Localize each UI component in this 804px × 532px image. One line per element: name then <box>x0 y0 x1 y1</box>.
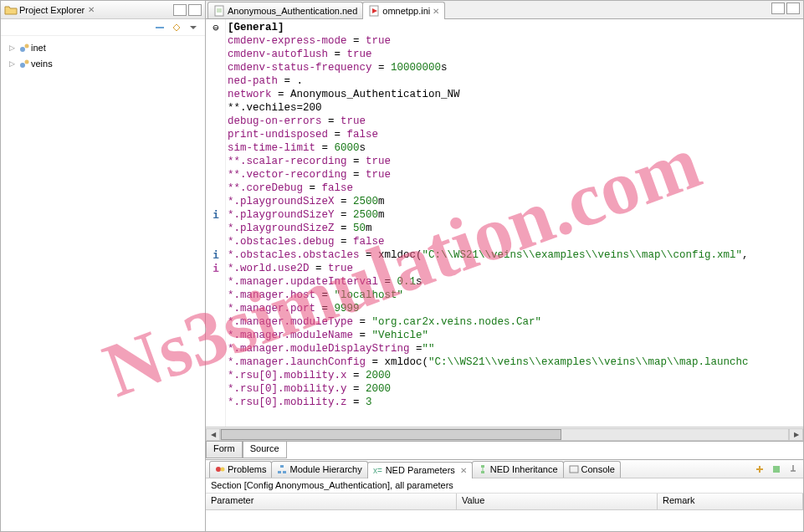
tree-item-label: inet <box>31 43 46 53</box>
explorer-toolbar <box>1 19 205 36</box>
fold-icon[interactable]: ⊖ <box>209 21 223 34</box>
close-icon[interactable]: ✕ <box>460 466 467 475</box>
svg-point-4 <box>25 60 29 64</box>
ned-file-icon <box>213 5 225 17</box>
tree-item[interactable]: ▷ inet <box>6 40 205 55</box>
svg-rect-11 <box>280 465 284 468</box>
svg-point-2 <box>25 44 29 49</box>
text-editor[interactable]: ⊖iii [General]cmdenv-express-mode = true… <box>206 19 803 427</box>
editor-panel: Anonymous_Authentication.ned omnetpp.ini… <box>206 0 804 532</box>
tab-module-hierarchy[interactable]: Module Hierarchy <box>271 461 367 478</box>
tab-ned-parameters[interactable]: x=NED Parameters✕ <box>367 462 473 478</box>
tree-item-label: veins <box>31 59 53 69</box>
toolbar-icon[interactable] <box>770 463 783 476</box>
toolbar-icon[interactable] <box>753 463 766 476</box>
svg-rect-16 <box>481 471 484 473</box>
warning-marker-icon[interactable]: i <box>209 262 223 275</box>
view-header: Project Explorer ✕ <box>1 1 205 19</box>
svg-rect-15 <box>481 465 484 468</box>
column-parameter[interactable]: Parameter <box>206 494 457 509</box>
svg-text:x=: x= <box>373 466 382 475</box>
info-marker-icon[interactable]: i <box>209 208 223 222</box>
editor-gutter[interactable]: ⊖iii <box>206 19 226 427</box>
svg-point-1 <box>20 47 25 52</box>
tab-source[interactable]: Source <box>243 442 287 458</box>
bottom-tab-bar: Problems Module Hierarchy x=NED Paramete… <box>206 460 803 478</box>
tree-item[interactable]: ▷ veins <box>6 56 205 71</box>
column-value[interactable]: Value <box>457 494 658 509</box>
svg-rect-18 <box>570 466 578 473</box>
svg-point-9 <box>216 467 221 472</box>
bottom-view-stack: Problems Module Hierarchy x=NED Paramete… <box>206 459 803 531</box>
horizontal-scrollbar[interactable]: ◀ ▶ <box>206 427 803 441</box>
tab-form[interactable]: Form <box>206 442 243 458</box>
scroll-right-icon[interactable]: ▶ <box>789 428 803 441</box>
link-editor-icon[interactable] <box>170 21 183 34</box>
scroll-left-icon[interactable]: ◀ <box>206 428 220 441</box>
scroll-thumb[interactable] <box>221 429 561 440</box>
expand-arrow-icon[interactable]: ▷ <box>6 59 18 68</box>
view-menu-icon[interactable] <box>187 21 200 34</box>
svg-rect-13 <box>283 471 286 473</box>
maximize-button[interactable] <box>188 4 202 16</box>
console-icon <box>569 464 579 474</box>
close-icon[interactable]: ✕ <box>88 5 95 14</box>
svg-rect-0 <box>156 27 164 28</box>
maximize-button[interactable] <box>786 3 800 14</box>
hierarchy-icon <box>277 464 287 474</box>
collapse-all-icon[interactable] <box>153 21 166 34</box>
project-icon <box>18 41 31 54</box>
minimize-button[interactable] <box>771 3 785 14</box>
ini-file-icon <box>368 5 380 17</box>
parameters-section-label: Section [Config Anonymous_Authentication… <box>206 478 803 494</box>
folder-icon <box>4 3 18 17</box>
minimize-button[interactable] <box>173 4 187 16</box>
tab-console[interactable]: Console <box>563 461 621 478</box>
parameters-table-header: Parameter Value Remark <box>206 494 803 510</box>
tab-problems[interactable]: Problems <box>209 461 272 478</box>
svg-rect-12 <box>278 471 281 473</box>
problems-icon <box>215 464 225 474</box>
svg-rect-19 <box>773 466 780 473</box>
tab-label: omnetpp.ini <box>382 6 430 16</box>
tab-ned-inheritance[interactable]: NED Inheritance <box>472 461 564 478</box>
code-area[interactable]: [General]cmdenv-express-mode = truecmden… <box>226 19 803 427</box>
project-explorer-view: Project Explorer ✕ ▷ inet ▷ veins <box>0 0 206 532</box>
editor-page-tabs: Form Source <box>206 441 803 459</box>
inheritance-icon <box>478 464 488 474</box>
svg-point-10 <box>221 468 225 472</box>
svg-rect-6 <box>217 8 222 13</box>
parameters-icon: x= <box>373 465 383 475</box>
scroll-track[interactable] <box>220 428 789 441</box>
expand-arrow-icon[interactable]: ▷ <box>6 43 18 52</box>
project-tree[interactable]: ▷ inet ▷ veins <box>1 36 205 531</box>
pin-icon[interactable] <box>786 463 800 476</box>
project-icon <box>18 57 31 70</box>
editor-tab-ini[interactable]: omnetpp.ini ✕ <box>362 2 445 19</box>
tab-label: Anonymous_Authentication.ned <box>228 6 357 16</box>
editor-tab-bar: Anonymous_Authentication.ned omnetpp.ini… <box>206 1 803 19</box>
view-title: Project Explorer <box>19 5 84 15</box>
info-marker-icon[interactable]: i <box>209 248 223 262</box>
column-remark[interactable]: Remark <box>658 494 803 509</box>
close-icon[interactable]: ✕ <box>433 7 439 16</box>
svg-point-3 <box>20 63 25 68</box>
editor-tab-ned[interactable]: Anonymous_Authentication.ned <box>207 2 363 18</box>
